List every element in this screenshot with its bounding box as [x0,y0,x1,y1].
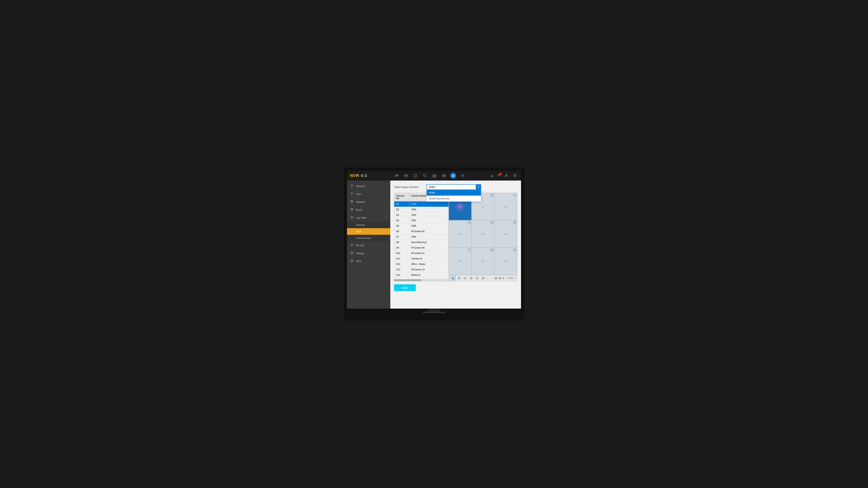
layout-1x1-btn[interactable]: ▣ [451,276,456,280]
svg-marker-1 [406,175,407,176]
live-view-icon[interactable] [394,173,400,179]
playback-icon[interactable] [403,173,409,179]
paste-icon[interactable]: ⧆ [502,276,504,280]
cam-no: D3 [394,213,409,218]
power-icon[interactable] [512,173,518,179]
cell-label-d3: D3 [504,205,507,208]
table-row[interactable]: D15 4A25 [394,278,448,279]
sidebar-item-event[interactable]: Event › [347,206,390,214]
download-icon[interactable] [489,173,495,179]
cam-no: D5 [394,223,409,229]
camera-icon[interactable] [431,173,437,179]
table-row[interactable]: D14 M2014-E [394,272,448,278]
content-area: Video Output Interface HDMI ▼ HDMI VGA/C… [390,181,521,308]
layout-custom1-btn[interactable]: ⊟ [475,276,479,280]
cell-label-d5: D5 [481,232,485,235]
grid-cell-d4[interactable]: 4 ✕ D4 [449,220,471,248]
svg-rect-28 [351,252,353,254]
cell-close-d3[interactable]: ✕ [513,194,517,197]
cam-name: Office - Desks [409,261,448,267]
settings-icon[interactable] [460,173,466,179]
cam-no: D13 [394,267,409,272]
cell-label-d2: D2 [481,205,485,208]
svg-point-2 [424,174,426,176]
table-row[interactable]: D13 IPCamera 13 [394,267,448,272]
table-row[interactable]: D12 Office - Desks [394,261,448,267]
file-icon[interactable] [412,173,418,179]
layout-2x2-btn[interactable]: ⊞ [457,276,462,280]
table-row[interactable]: D4 2532 [394,218,448,223]
cell-close-d4[interactable]: ✕ [468,221,471,224]
scrollbar-thumb [394,280,422,281]
network-arrow-icon: › [386,200,387,203]
table-row[interactable]: D9 IPCamera 09 [394,245,448,251]
bell-icon[interactable]: 8 [497,173,501,178]
sidebar-item-user[interactable]: User [347,190,390,198]
camera-table-body: D1 2442 D2 2385 D3 2432 [394,201,448,279]
apply-button[interactable]: Apply [394,284,416,291]
grid-cell-d8[interactable]: ✕ 8 D8 [471,248,494,275]
svg-point-9 [462,175,463,176]
layout-3x3-btn[interactable]: ⊡ [463,276,468,280]
user-icon[interactable] [503,173,509,179]
table-row[interactable]: D7 2455 [394,234,448,240]
sidebar-sub-item-lv-general[interactable]: General [347,222,390,228]
sidebar-item-rs232[interactable]: RS-232 [347,241,390,249]
cam-name: 4A25 [409,278,448,279]
next-page-icon[interactable]: › [515,276,516,280]
table-row[interactable]: D1 2442 [394,201,448,207]
sidebar-label-user: User [356,193,361,195]
gear-icon [350,184,354,188]
grid-cell-d9[interactable]: ✕ 9 D9 [494,248,517,275]
table-row[interactable]: D2 2385 [394,207,448,213]
table-row[interactable]: D11 Camera 01 [394,256,448,261]
network-sidebar-icon [350,200,354,204]
cell-label-d4: D4 [459,232,462,235]
video-output-select[interactable]: HDMI [427,184,481,190]
sidebar-sub-item-channel-zero[interactable]: Channel-Zero [347,235,390,241]
event-arrow-icon: › [386,208,387,211]
table-row[interactable]: D10 IPCamera 10 [394,251,448,256]
cell-number-5: 5 [491,221,493,224]
dropdown-item-vga[interactable]: VGA/Channel-Zero [427,196,481,201]
layout-4x4-btn[interactable]: ⊞ [469,276,473,280]
cam-name: 2385 [409,207,448,212]
grid-cell-d3[interactable]: ✕ D3 [494,193,517,220]
sidebar-label-holiday: Holiday [356,252,364,255]
dropdown-item-hdmi[interactable]: HDMI [427,190,481,196]
cam-no: D10 [394,251,409,256]
sidebar-item-pos[interactable]: POS [347,257,390,265]
cell-close-d7[interactable]: ✕ [468,248,471,252]
table-row[interactable]: D5 2385 [394,223,448,229]
preview-grid: D1 ✕ 3 D2 ✕ D3 [449,193,517,275]
svg-line-3 [426,176,427,177]
camera-scrollbar[interactable] [394,279,448,281]
sidebar-item-general[interactable]: General [347,182,390,190]
storage-icon[interactable] [441,173,447,179]
copy-icon[interactable]: ⧉ [499,276,501,280]
grid-cell-d6[interactable]: ✕ 6 D6 [494,220,517,248]
video-output-select-wrapper: HDMI ▼ HDMI VGA/Channel-Zero [427,184,481,190]
sidebar-sub-item-lv-view[interactable]: View [347,228,390,235]
cam-name: IPCamera 13 [409,267,448,272]
cell-label-d8: D8 [481,260,485,263]
grid-cell-d5[interactable]: ✕ 5 D5 [471,220,494,248]
sidebar-item-holiday[interactable]: Holiday [347,249,390,257]
table-row[interactable]: D8 East Wing 4mp [394,240,448,245]
cell-number-8: 8 [491,249,493,251]
sidebar-label-network: Network [356,200,365,203]
search-icon[interactable] [422,173,428,179]
layout-custom2-btn[interactable]: ⊞ [481,276,486,280]
svg-point-11 [506,174,507,176]
sidebar-item-network[interactable]: Network › [347,198,390,206]
table-row[interactable]: D3 2432 [394,213,448,218]
zoom-in-icon[interactable]: ⊕ [495,276,497,280]
network-topbar-icon[interactable] [450,173,456,179]
table-row[interactable]: D6 IPCamera 06 [394,229,448,234]
holiday-icon [350,251,354,255]
cam-no: D15 [394,278,409,279]
svg-point-5 [434,175,435,176]
grid-cell-d7[interactable]: 7 ✕ D7 [449,248,471,275]
sidebar-item-live-view[interactable]: Live View ∨ [347,214,390,222]
cell-number-9: 9 [514,249,516,251]
